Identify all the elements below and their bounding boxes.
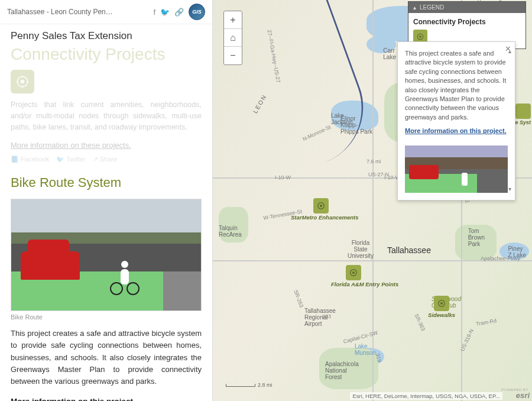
connectivity-icon bbox=[11, 70, 34, 93]
svg-point-2 bbox=[17, 80, 18, 82]
popup-more-link[interactable]: More information on this project. bbox=[405, 127, 508, 135]
place-label: Tallahassee Regional Airport bbox=[304, 308, 336, 327]
facebook-icon[interactable]: f bbox=[153, 8, 155, 17]
sidebar: Tallahassee - Leon County Penny Sales...… bbox=[0, 0, 213, 401]
section-description: Projects that link current amenities, ne… bbox=[11, 99, 202, 132]
road-label: US-27-N bbox=[368, 172, 389, 177]
scroll-down-icon[interactable]: ▾ bbox=[505, 186, 514, 194]
map-marker[interactable] bbox=[434, 296, 449, 311]
article-body: This project creates a safe and attracti… bbox=[11, 328, 202, 387]
map-marker-route[interactable] bbox=[515, 104, 531, 119]
place-label: Florida State University bbox=[348, 240, 374, 259]
prev-section-faded: Connectivity Projects Projects that link… bbox=[11, 48, 202, 163]
place-label: Lake Munson bbox=[355, 343, 376, 356]
collapse-icon[interactable]: ▴ bbox=[413, 4, 416, 11]
share-twitter[interactable]: 🐦 Twitter bbox=[56, 156, 85, 163]
scale-bar: 2.8 mi bbox=[226, 382, 273, 388]
esri-logo[interactable]: esri bbox=[516, 391, 530, 400]
app-title: Penny Sales Tax Extension bbox=[0, 24, 212, 48]
svg-point-12 bbox=[419, 35, 421, 38]
article-more-link[interactable]: More information on this project. bbox=[11, 397, 135, 401]
breadcrumb: Tallahassee - Leon County Penny Sales... bbox=[7, 8, 113, 16]
share-facebook[interactable]: 📘 Facebook bbox=[11, 156, 49, 163]
svg-point-8 bbox=[352, 271, 355, 274]
city-label: Tallahassee bbox=[387, 245, 431, 255]
popup-text: This project creates a safe and attracti… bbox=[405, 50, 506, 121]
article-title: Bike Route System bbox=[11, 175, 202, 190]
road-label: 7.6 mi bbox=[366, 159, 381, 164]
link-icon[interactable]: 🔗 bbox=[174, 8, 184, 17]
place-label: Elinor Klapp- Phipps Park bbox=[340, 115, 372, 135]
map[interactable]: I-10-W I-10-W US-27-N N-Monroe-St W-Tenn… bbox=[213, 0, 532, 401]
marker-label: Florida A&M Entry Points bbox=[331, 281, 398, 287]
legend-header[interactable]: ▴ LEGEND bbox=[408, 2, 525, 13]
svg-point-0 bbox=[21, 80, 25, 84]
map-marker[interactable] bbox=[313, 198, 329, 214]
svg-point-10 bbox=[440, 302, 443, 305]
twitter-icon[interactable]: 🐦 bbox=[160, 8, 170, 17]
marker-label: Sidewalks bbox=[428, 312, 455, 318]
scroll-up-icon[interactable]: ▴ bbox=[505, 48, 514, 56]
article-image bbox=[11, 199, 202, 311]
place-label: Piney Z Lake bbox=[508, 245, 526, 258]
gis-logo[interactable]: GIS bbox=[189, 4, 205, 20]
map-marker[interactable] bbox=[346, 265, 361, 280]
zoom-in-button[interactable]: + bbox=[224, 11, 242, 29]
road-label: I-10-W bbox=[275, 174, 291, 180]
share-generic[interactable]: ↗ Share bbox=[93, 156, 117, 163]
map-controls: + ⌂ − bbox=[223, 11, 242, 65]
header-bar: Tallahassee - Leon County Penny Sales...… bbox=[0, 0, 212, 24]
legend-title: Connectivity Projects bbox=[413, 18, 521, 26]
svg-point-6 bbox=[320, 205, 322, 207]
home-button[interactable]: ⌂ bbox=[224, 29, 242, 47]
place-label: Apalachicola National Forest bbox=[325, 361, 359, 380]
map-attribution: Esri, HERE, DeLorme, Intermap, USGS, NGA… bbox=[350, 392, 502, 400]
place-label: Tom Brown Park bbox=[468, 228, 485, 247]
section-title: Connectivity Projects bbox=[11, 48, 202, 64]
map-popup: ✕ This project creates a safe and attrac… bbox=[397, 41, 515, 200]
svg-point-3 bbox=[27, 80, 28, 82]
place-label: Carr Lake bbox=[383, 47, 396, 60]
svg-point-4 bbox=[21, 76, 23, 77]
image-caption: Bike Route bbox=[11, 313, 202, 321]
marker-label: StarMetro Enhancements bbox=[291, 214, 359, 221]
svg-point-5 bbox=[21, 86, 23, 88]
popup-scrollbar[interactable]: ▴ ▾ bbox=[505, 48, 514, 194]
sidebar-content[interactable]: Connectivity Projects Projects that link… bbox=[0, 48, 212, 401]
popup-image bbox=[405, 145, 508, 193]
share-row-faded: 📘 Facebook 🐦 Twitter ↗ Share bbox=[11, 156, 202, 163]
place-label: Talquin RecArea bbox=[219, 225, 242, 238]
zoom-out-button[interactable]: − bbox=[224, 47, 242, 64]
more-info-link[interactable]: More information on these projects. bbox=[11, 141, 131, 150]
